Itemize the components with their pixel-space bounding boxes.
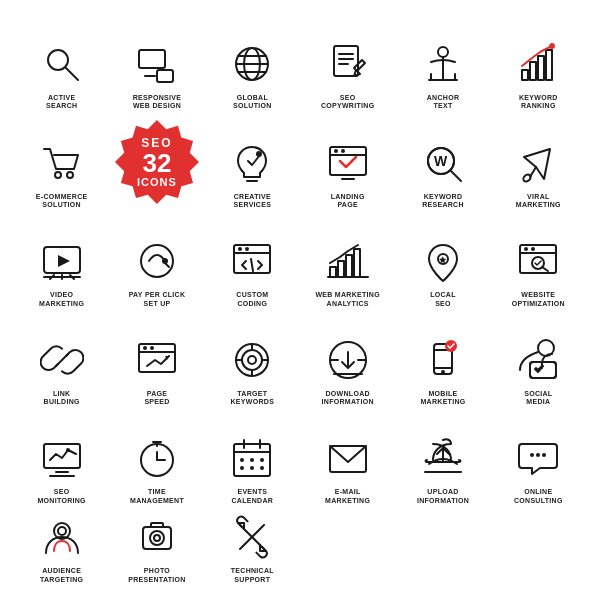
svg-point-114 [542, 453, 546, 457]
svg-line-43 [50, 275, 54, 279]
svg-point-31 [334, 149, 338, 153]
icon-audience-targeting: AUDIENCETARGETING [14, 507, 109, 586]
seo-icons-label: ICONS [137, 176, 177, 188]
svg-point-69 [143, 346, 147, 350]
svg-point-112 [530, 453, 534, 457]
icon-mobile-marketing: MOBILEMARKETING [395, 310, 490, 409]
icon-target-keywords: TARGETKEYWORDS [205, 310, 300, 409]
svg-point-108 [260, 466, 264, 470]
icon-keyword-ranking: KEYWORDRANKING [491, 14, 586, 113]
icon-ecommerce-solution: E-COMMERCESOLUTION [14, 113, 109, 212]
icon-time-management: TIMEMANAGEMENT [109, 409, 204, 508]
icon-anchor-text: ANCHORTEXT [395, 14, 490, 113]
svg-point-46 [141, 245, 173, 277]
icon-video-marketing: VIDEOMARKETING [14, 211, 109, 310]
icon-upload-information: UPLOADINFORMATION [395, 409, 490, 508]
svg-point-93 [66, 448, 70, 452]
svg-rect-90 [44, 444, 80, 468]
icon-online-consulting: ONLINECONSULTING [491, 409, 586, 508]
svg-rect-55 [346, 255, 352, 277]
icon-responsive-web-design: RESPONSIVEWEB DESIGN [109, 14, 204, 113]
svg-point-104 [250, 458, 254, 462]
svg-line-65 [542, 267, 548, 271]
svg-line-1 [66, 68, 78, 80]
svg-rect-21 [538, 56, 544, 80]
svg-point-0 [48, 50, 68, 70]
svg-point-32 [341, 149, 345, 153]
svg-point-116 [58, 527, 66, 535]
svg-point-63 [531, 247, 535, 251]
svg-point-23 [550, 44, 554, 48]
seo-number: 32 [143, 150, 172, 176]
svg-point-84 [441, 370, 445, 374]
svg-rect-19 [522, 70, 528, 80]
svg-rect-56 [354, 249, 360, 277]
icon-grid: ACTIVESEARCH RESPONSIVEWEB DESIGN GLOBAL… [10, 10, 590, 590]
svg-point-51 [245, 247, 249, 251]
svg-marker-41 [58, 255, 70, 267]
svg-point-119 [154, 535, 160, 541]
svg-point-105 [260, 458, 264, 462]
svg-line-45 [70, 275, 74, 279]
icon-email-marketing: E-MAILMARKETING [300, 409, 395, 508]
svg-point-107 [250, 466, 254, 470]
svg-point-113 [536, 453, 540, 457]
icon-active-search: ACTIVESEARCH [14, 14, 109, 113]
svg-line-52 [251, 259, 253, 271]
icon-website-optimization: WEBSITEOPTIMIZATION [491, 211, 586, 310]
svg-rect-3 [157, 70, 173, 82]
svg-line-66 [56, 354, 68, 366]
svg-line-36 [451, 171, 461, 181]
icon-technical-support: TECHNICALSUPPORT [205, 507, 300, 586]
svg-rect-10 [334, 46, 358, 76]
icon-web-marketing-analytics: WEB MARKETINGANALYTICS [300, 211, 395, 310]
svg-point-118 [150, 531, 164, 545]
svg-rect-54 [338, 261, 344, 277]
icon-custom-coding: CUSTOMCODING [205, 211, 300, 310]
icon-creative-services: CREATIVESERVICES [205, 113, 300, 212]
svg-point-14 [438, 47, 448, 57]
icon-photo-presentation: PHOTOPRESENTATION [109, 507, 204, 586]
icon-seo-copywriting: SEOCOPYWRITING [300, 14, 395, 113]
svg-rect-2 [139, 50, 165, 68]
svg-point-62 [524, 247, 528, 251]
icon-viral-marketing: VIRALMARKETING [491, 113, 586, 212]
svg-rect-20 [530, 62, 536, 80]
icon-social-media: SOCIALMEDIA [491, 310, 586, 409]
icon-link-building: LINKBUILDING [14, 310, 109, 409]
svg-point-106 [240, 466, 244, 470]
icon-page-speed: PAGESPEED [109, 310, 204, 409]
svg-text:W: W [434, 153, 448, 169]
seo-badge-cell: SEO 32 ICONS [109, 113, 204, 212]
svg-point-24 [55, 172, 61, 178]
svg-point-39 [522, 173, 532, 183]
icon-seo-monitoring: SEOMONITORING [14, 409, 109, 508]
icon-events-calendar: EVENTSCALENDAR [205, 409, 300, 508]
svg-point-70 [150, 346, 154, 350]
icon-pay-per-click: PAY PER CLICKSET UP [109, 211, 204, 310]
icon-keyword-research: W KEYWORDRESEARCH [395, 113, 490, 212]
icon-download-info: DOWNLOADINFORMATION [300, 310, 395, 409]
icon-local-seo: LOCALSEO [395, 211, 490, 310]
svg-point-25 [67, 172, 73, 178]
icon-global-solution: GLOBALSOLUTION [205, 14, 300, 113]
svg-rect-53 [330, 267, 336, 277]
svg-point-103 [240, 458, 244, 462]
svg-point-73 [242, 350, 262, 370]
svg-rect-22 [546, 50, 552, 80]
svg-rect-120 [151, 523, 163, 527]
svg-point-74 [248, 356, 256, 364]
icon-landing-page: LANDINGPAGE [300, 113, 395, 212]
seo-badge: SEO 32 ICONS [115, 120, 199, 204]
svg-point-50 [238, 247, 242, 251]
